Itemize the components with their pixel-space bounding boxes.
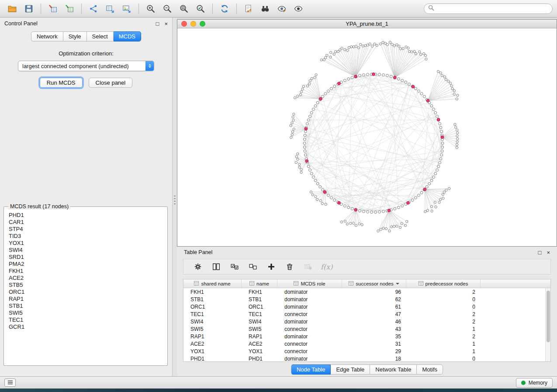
mcds-result-item[interactable]: PHD1 bbox=[9, 212, 166, 219]
close-table-panel-icon[interactable]: × bbox=[547, 250, 550, 255]
cell-mcds-role: dominator bbox=[277, 334, 342, 340]
add-column-icon[interactable] bbox=[266, 261, 277, 272]
zoom-in-icon[interactable] bbox=[143, 2, 159, 15]
table-tab-edge-table[interactable]: Edge Table bbox=[331, 364, 370, 375]
network-canvas[interactable] bbox=[177, 28, 557, 246]
mcds-result-item[interactable]: SWI4 bbox=[9, 247, 166, 254]
search-box[interactable] bbox=[424, 3, 553, 14]
search-input[interactable] bbox=[437, 5, 548, 12]
mcds-result-item[interactable]: RAP1 bbox=[9, 296, 166, 303]
criterion-select[interactable]: largest connected component (undirected) bbox=[18, 61, 154, 71]
table-tab-motifs[interactable]: Motifs bbox=[417, 364, 443, 375]
style-preview-icon[interactable] bbox=[274, 2, 290, 15]
table-tab-network-table[interactable]: Network Table bbox=[370, 364, 417, 375]
share-document-icon[interactable] bbox=[241, 2, 256, 15]
toolbar-separator bbox=[138, 3, 139, 14]
table-row[interactable]: YOX1YOX1connector291 bbox=[183, 347, 550, 355]
import-network-icon[interactable] bbox=[45, 2, 61, 15]
splitter-handle-icon[interactable] bbox=[174, 196, 176, 206]
cell-predecessor-nodes: 1 bbox=[406, 326, 481, 332]
zoom-fit-icon[interactable] bbox=[176, 2, 192, 15]
list-icon bbox=[7, 379, 13, 386]
search-network-icon[interactable] bbox=[257, 2, 273, 15]
table-tab-node-table[interactable]: Node Table bbox=[291, 364, 331, 375]
tab-style[interactable]: Style bbox=[63, 31, 87, 41]
scrollbar-thumb[interactable] bbox=[547, 291, 550, 342]
show-columns-icon[interactable] bbox=[211, 261, 222, 272]
mcds-result-item[interactable]: ACE2 bbox=[9, 275, 166, 282]
mcds-result-item[interactable]: FKH1 bbox=[9, 268, 166, 275]
column-header-shared-name[interactable]: shared name bbox=[183, 279, 242, 288]
table-row[interactable]: STB1STB1dominator620 bbox=[183, 296, 550, 303]
zoom-out-icon[interactable] bbox=[159, 2, 175, 15]
import-table-icon[interactable] bbox=[62, 2, 77, 15]
select-all-icon[interactable] bbox=[229, 261, 240, 272]
search-icon bbox=[428, 5, 434, 13]
toolbar-separator bbox=[41, 3, 41, 14]
cell-successor-nodes: 96 bbox=[342, 289, 406, 295]
window-zoom-button[interactable] bbox=[200, 21, 205, 27]
column-header-predecessor-nodes[interactable]: predecessor nodes bbox=[406, 279, 481, 288]
deselect-all-icon[interactable] bbox=[247, 261, 259, 272]
table-scrollbar[interactable] bbox=[545, 288, 550, 361]
memory-button[interactable]: Memory bbox=[516, 378, 553, 388]
cell-predecessor-nodes: 2 bbox=[406, 289, 481, 295]
column-header-mcds-role[interactable]: MCDS role bbox=[277, 279, 342, 288]
tab-mcds[interactable]: MCDS bbox=[114, 31, 141, 41]
table-row[interactable]: SWI5SWI5connector431 bbox=[183, 325, 550, 333]
sort-arrow-icon[interactable] bbox=[396, 283, 399, 286]
panel-menu-button[interactable] bbox=[4, 378, 16, 387]
mcds-result-list[interactable]: PHD1CAR1STP4TID3YOX1SWI4SRD1PMA2FKH1ACE2… bbox=[5, 210, 166, 364]
run-mcds-button[interactable]: Run MCDS bbox=[40, 78, 83, 88]
table-row[interactable]: ACE2ACE2connector311 bbox=[183, 340, 550, 347]
save-session-icon[interactable] bbox=[21, 2, 37, 15]
table-row[interactable]: RAP1RAP1dominator352 bbox=[183, 333, 550, 340]
show-details-icon[interactable] bbox=[291, 2, 306, 15]
table-tabs: Node TableEdge TableNetwork TableMotifs bbox=[177, 364, 557, 375]
mcds-result-item[interactable]: TEC1 bbox=[9, 316, 166, 323]
zoom-selected-icon[interactable] bbox=[193, 2, 208, 15]
float-table-panel-icon[interactable]: □ bbox=[538, 250, 542, 255]
mcds-result-item[interactable]: ORC1 bbox=[9, 289, 166, 296]
table-panel-title: Table Panel bbox=[184, 249, 212, 255]
mcds-result-item[interactable]: STP4 bbox=[9, 226, 166, 233]
column-header-name[interactable]: name bbox=[242, 279, 277, 288]
export-network-icon[interactable] bbox=[86, 2, 101, 15]
mcds-result-item[interactable]: CAR1 bbox=[9, 219, 166, 226]
criterion-selected-value: largest connected component (undirected) bbox=[18, 63, 145, 69]
close-panel-button[interactable]: Close panel bbox=[89, 78, 133, 88]
export-table-icon[interactable] bbox=[102, 2, 118, 15]
table-row[interactable]: FKH1FKH1dominator962 bbox=[183, 288, 550, 296]
table-panel: Table Panel □ × f(x) shared namenameMCDS… bbox=[177, 247, 557, 376]
refresh-icon[interactable] bbox=[217, 2, 232, 15]
table-row[interactable]: PHD1PHD1dominator180 bbox=[183, 355, 550, 362]
mcds-result-item[interactable]: GCR1 bbox=[9, 323, 166, 330]
memory-status-icon bbox=[521, 381, 526, 385]
mcds-result-item[interactable]: STB1 bbox=[9, 303, 166, 309]
window-minimize-button[interactable] bbox=[190, 21, 196, 27]
mcds-result-item[interactable]: STB5 bbox=[9, 282, 166, 289]
mcds-result-item[interactable]: SRD1 bbox=[9, 254, 166, 261]
network-window-titlebar[interactable]: YPA_prune.txt_1 bbox=[177, 20, 557, 28]
table-row[interactable]: TEC1TEC1connector472 bbox=[183, 310, 550, 318]
float-panel-icon[interactable]: □ bbox=[156, 21, 159, 27]
settings-gear-icon[interactable] bbox=[192, 261, 204, 272]
close-panel-icon[interactable]: × bbox=[164, 21, 168, 27]
tab-network[interactable]: Network bbox=[31, 31, 63, 41]
column-header-successor-nodes[interactable]: successor nodes bbox=[342, 279, 406, 288]
open-file-icon[interactable] bbox=[4, 2, 20, 15]
window-close-button[interactable] bbox=[181, 21, 187, 27]
delete-column-icon[interactable] bbox=[284, 261, 295, 272]
mcds-result-item[interactable]: TID3 bbox=[9, 233, 166, 240]
table-row[interactable]: SWI4SWI4dominator462 bbox=[183, 318, 550, 325]
mcds-result-item[interactable]: YOX1 bbox=[9, 240, 166, 247]
mcds-result-item[interactable]: SWI5 bbox=[9, 309, 166, 316]
mcds-result-item[interactable]: PMA2 bbox=[9, 261, 166, 268]
main-toolbar bbox=[0, 0, 557, 17]
tab-select[interactable]: Select bbox=[87, 31, 114, 41]
export-image-icon[interactable] bbox=[119, 2, 135, 15]
table-row[interactable]: ORC1ORC1dominator610 bbox=[183, 303, 550, 310]
column-header-filler bbox=[481, 279, 550, 288]
panel-splitter[interactable] bbox=[173, 17, 177, 376]
cell-mcds-role: dominator bbox=[277, 319, 342, 325]
